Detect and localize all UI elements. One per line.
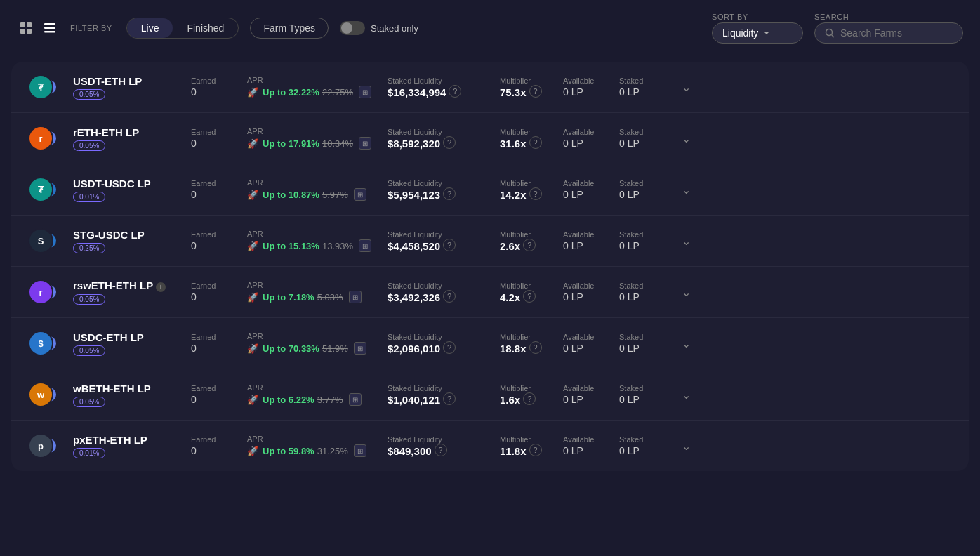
grid-view-button[interactable] [17, 19, 35, 37]
available-label: Available [563, 179, 619, 187]
expand-button[interactable]: ⌄ [679, 180, 694, 199]
farm-staked: Staked 0 LP [619, 230, 675, 251]
earned-value: 0 [191, 189, 247, 200]
apr-calc-icon[interactable]: ⊞ [359, 239, 371, 252]
farm-staked-liquidity: Staked Liquidity $2,096,010 ? [388, 333, 500, 355]
apr-strike-value: 22.75% [322, 87, 353, 98]
help-icon[interactable]: ? [443, 341, 456, 354]
expand-button[interactable]: ⌄ [679, 437, 694, 456]
earned-label: Earned [191, 179, 247, 187]
help-icon[interactable]: ? [443, 290, 456, 303]
list-view-button[interactable] [41, 19, 59, 37]
staked-label: Staked [619, 230, 675, 239]
apr-strike-value: 10.34% [322, 138, 353, 149]
multiplier-help-icon[interactable]: ? [529, 85, 542, 98]
apr-strike-value: 51.9% [322, 343, 348, 354]
farm-icon-primary: ₮ [28, 74, 53, 100]
farm-available: Available 0 LP [563, 384, 619, 405]
staked-only-toggle[interactable] [340, 21, 365, 35]
info-icon[interactable]: i [156, 282, 166, 292]
available-value: 0 LP [563, 445, 619, 456]
apr-strike-value: 31.25% [317, 446, 348, 456]
farm-earned: Earned 0 [191, 179, 247, 200]
earned-label: Earned [191, 230, 247, 239]
farm-badge: 0.01% [73, 448, 105, 458]
farm-apr: APR 🚀 Up to 32.22% 22.75% ⊞ [247, 76, 388, 98]
multiplier-help-icon[interactable]: ? [529, 136, 542, 149]
multiplier-help-icon[interactable]: ? [523, 392, 536, 405]
farm-apr: APR 🚀 Up to 70.33% 51.9% ⊞ [247, 332, 388, 355]
help-icon[interactable]: ? [443, 187, 456, 200]
search-input-wrap [814, 22, 963, 44]
expand-button[interactable]: ⌄ [679, 78, 694, 97]
apr-calc-icon[interactable]: ⊞ [354, 342, 366, 355]
earned-label: Earned [191, 282, 247, 290]
farm-staked: Staked 0 LP [619, 77, 675, 98]
apr-calc-icon[interactable]: ⊞ [349, 291, 362, 303]
help-icon[interactable]: ? [443, 392, 456, 405]
expand-button[interactable]: ⌄ [679, 129, 694, 148]
search-input[interactable] [840, 27, 953, 39]
svg-rect-3 [27, 29, 32, 34]
farm-apr: APR 🚀 Up to 17.91% 10.34% ⊞ [247, 127, 388, 150]
farm-multiplier: Multiplier 31.6x ? [500, 128, 563, 150]
apr-up-value: Up to 70.33% [263, 343, 319, 354]
apr-up-value: Up to 10.87% [263, 190, 319, 200]
farm-multiplier: Multiplier 1.6x ? [500, 384, 563, 406]
live-filter-button[interactable]: Live [127, 18, 173, 38]
apr-label: APR [247, 435, 388, 443]
farm-staked-liquidity: Staked Liquidity $16,334,994 ? [388, 77, 500, 98]
farm-name: rswETH-ETH LPi [73, 279, 185, 292]
multiplier-help-icon[interactable]: ? [523, 239, 536, 251]
view-icons [17, 19, 59, 37]
search-icon [825, 28, 835, 38]
available-label: Available [563, 384, 619, 392]
earned-label: Earned [191, 333, 247, 341]
top-bar: FILTER BY Live Finished Farm Types Stake… [0, 0, 980, 56]
earned-value: 0 [191, 138, 247, 149]
farm-staked: Staked 0 LP [619, 128, 675, 149]
help-icon[interactable]: ? [435, 444, 447, 456]
farm-icons: S $ [28, 228, 67, 253]
table-row: w Ξ wBETH-ETH LP 0.05% Earned 0 APR 🚀 Up… [11, 369, 969, 421]
filter-btn-group: Live Finished [126, 18, 239, 39]
farm-available: Available 0 LP [563, 77, 619, 98]
table-row: $ Ξ USDC-ETH LP 0.05% Earned 0 APR 🚀 Up … [11, 318, 969, 369]
farm-expand: ⌄ [675, 437, 696, 456]
farm-staked-liquidity: Staked Liquidity $849,300 ? [388, 435, 500, 457]
multiplier-help-icon[interactable]: ? [529, 187, 542, 200]
apr-calc-icon[interactable]: ⊞ [349, 393, 362, 406]
expand-button[interactable]: ⌄ [679, 385, 694, 404]
apr-strike-value: 5.03% [317, 292, 343, 303]
expand-button[interactable]: ⌄ [679, 334, 694, 353]
farm-apr: APR 🚀 Up to 15.13% 13.93% ⊞ [247, 230, 388, 252]
apr-calc-icon[interactable]: ⊞ [359, 137, 371, 150]
expand-button[interactable]: ⌄ [679, 232, 694, 251]
expand-button[interactable]: ⌄ [679, 283, 694, 302]
staked-value: 0 LP [619, 189, 675, 200]
multiplier-label: Multiplier [500, 230, 563, 239]
apr-calc-icon[interactable]: ⊞ [354, 188, 366, 201]
apr-label: APR [247, 332, 388, 340]
farm-icons: ₮ Ξ [28, 74, 67, 100]
finished-filter-button[interactable]: Finished [173, 18, 238, 38]
multiplier-help-icon[interactable]: ? [529, 341, 542, 354]
apr-up-value: Up to 7.18% [263, 292, 314, 303]
earned-label: Earned [191, 128, 247, 136]
farm-multiplier: Multiplier 11.8x ? [500, 435, 563, 457]
farm-name-wrap: wBETH-ETH LP 0.05% [73, 383, 185, 407]
multiplier-help-icon[interactable]: ? [523, 290, 536, 303]
sort-select[interactable]: Liquidity [712, 22, 803, 44]
farm-icon-primary: ₮ [28, 177, 53, 202]
apr-calc-icon[interactable]: ⊞ [354, 444, 366, 457]
farm-types-button[interactable]: Farm Types [250, 18, 329, 39]
apr-calc-icon[interactable]: ⊞ [359, 86, 371, 98]
farm-staked: Staked 0 LP [619, 179, 675, 200]
help-icon[interactable]: ? [443, 239, 456, 251]
multiplier-help-icon[interactable]: ? [529, 444, 542, 456]
staked-liq-value: $16,334,994 [388, 86, 446, 98]
help-icon[interactable]: ? [443, 136, 456, 149]
help-icon[interactable]: ? [449, 85, 461, 98]
farm-name: wBETH-ETH LP [73, 383, 185, 395]
earned-value: 0 [191, 291, 247, 303]
